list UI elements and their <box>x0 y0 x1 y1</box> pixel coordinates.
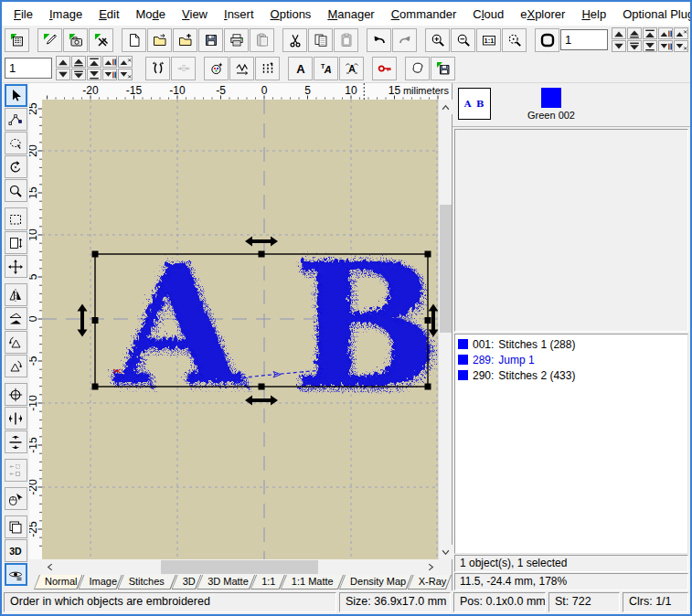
menu-mode[interactable]: Mode <box>128 4 175 25</box>
move-down-layer-button[interactable] <box>627 40 642 52</box>
mouse-functions-tool[interactable] <box>5 487 27 510</box>
stitch-length-button[interactable] <box>229 57 254 80</box>
move-to-front-button[interactable] <box>87 56 101 68</box>
menu-optional-plug-ins[interactable]: Optional Plug-ins <box>614 4 692 25</box>
edit-nodes-tool[interactable] <box>5 108 27 131</box>
password-key-button[interactable] <box>372 57 397 80</box>
embird-digitizer-button[interactable] <box>63 28 88 52</box>
tab-stitches[interactable]: Stitches <box>118 575 176 589</box>
view-3d-tool[interactable]: 3D <box>5 539 27 562</box>
center-vertical-tool[interactable] <box>5 430 27 453</box>
separate-objects-button[interactable] <box>145 57 170 80</box>
move-to-front-button[interactable] <box>643 27 657 39</box>
marquee-select-tool[interactable] <box>5 207 27 230</box>
tab-density-map[interactable]: Density Map <box>339 575 412 589</box>
mirror-horizontal-tool[interactable] <box>5 283 27 306</box>
skew-horizontal-tool[interactable] <box>5 307 27 330</box>
select-arrow-tool[interactable] <box>5 84 27 107</box>
tab-1-1-matte[interactable]: 1:1 Matte <box>281 575 344 589</box>
text-edit-button[interactable]: TA <box>314 57 338 80</box>
menu-file[interactable]: File <box>5 4 41 25</box>
move-down-object-button[interactable] <box>118 69 133 80</box>
move-down-button[interactable] <box>612 40 626 52</box>
window-frame-tool[interactable] <box>5 515 27 538</box>
rotate-tool[interactable] <box>5 155 27 178</box>
move-down-color-button[interactable] <box>102 69 117 80</box>
move-up-object-button[interactable] <box>118 56 133 68</box>
zoom-in-button[interactable] <box>425 28 450 52</box>
menu-edit[interactable]: Edit <box>90 4 127 25</box>
center-in-hoop-tool[interactable] <box>5 383 27 406</box>
monogram-button[interactable]: A <box>339 57 364 80</box>
object-list-item[interactable]: 290:Stitches 2 (433) <box>456 367 687 383</box>
tab-1-1[interactable]: 1:1 <box>250 575 285 589</box>
move-up-button[interactable] <box>56 56 70 68</box>
zoom-selection-button[interactable] <box>502 28 527 52</box>
freehand-select-tool[interactable] <box>5 132 27 154</box>
thread-colors-button[interactable] <box>204 57 229 80</box>
scroll-right-arrow[interactable] <box>423 559 438 575</box>
cut-button[interactable] <box>282 28 307 52</box>
hoop-button[interactable] <box>535 28 559 52</box>
tab-x-ray[interactable]: X-Ray <box>408 575 452 589</box>
object-list-item[interactable]: 289:Jump 1 <box>456 352 687 367</box>
tab-3d[interactable]: 3D <box>172 575 201 589</box>
freehand-shape-button[interactable] <box>405 57 430 80</box>
move-down-color-button[interactable] <box>658 40 673 52</box>
stitch-order-input[interactable] <box>560 29 608 50</box>
resize-tool[interactable] <box>5 231 27 254</box>
rotate-ccw-90-tool[interactable] <box>5 331 27 354</box>
menu-explorer[interactable]: eXplorer <box>512 4 573 25</box>
embird-manager-button[interactable] <box>5 28 29 52</box>
move-up-object-button[interactable] <box>674 27 688 39</box>
center-horizontal-tool[interactable] <box>5 407 27 430</box>
move-up-button[interactable] <box>612 27 626 39</box>
move-down-object-button[interactable] <box>674 40 688 52</box>
move-up-color-button[interactable] <box>102 56 117 68</box>
canvas-hscrollbar[interactable] <box>42 559 438 575</box>
menu-help[interactable]: Help <box>573 4 614 25</box>
embird-editor-button[interactable] <box>37 28 62 52</box>
menu-view[interactable]: View <box>174 4 216 25</box>
tab-image[interactable]: Image <box>78 575 122 589</box>
zoom-out-button[interactable] <box>451 28 475 52</box>
undo-button[interactable] <box>367 28 391 52</box>
move-up-layer-button[interactable] <box>71 56 86 68</box>
design-thumbnail[interactable]: A B <box>458 88 491 120</box>
tab-3d-matte[interactable]: 3D Matte <box>197 575 255 589</box>
hscroll-thumb[interactable] <box>161 560 318 574</box>
open-file-button[interactable] <box>147 28 172 52</box>
move-tool[interactable] <box>5 255 27 278</box>
move-down-button[interactable] <box>56 69 70 80</box>
merge-file-button[interactable] <box>173 28 197 52</box>
vscroll-thumb[interactable] <box>440 205 452 333</box>
move-up-color-button[interactable] <box>658 27 673 39</box>
copy-button[interactable] <box>308 28 333 52</box>
move-down-layer-button[interactable] <box>71 69 86 80</box>
menu-cloud[interactable]: Cloud <box>464 4 512 25</box>
design-canvas[interactable]: A A A B B B <box>42 100 438 559</box>
palette-color[interactable]: Green 002 <box>518 88 584 122</box>
tab-normal[interactable]: Normal <box>34 575 82 589</box>
move-to-back-button[interactable] <box>87 69 101 80</box>
canvas-vscrollbar[interactable] <box>438 100 452 559</box>
menu-commander[interactable]: Commander <box>383 4 465 25</box>
object-list-item[interactable]: 001:Stitches 1 (288) <box>456 336 687 352</box>
zoom-tool[interactable] <box>5 179 27 202</box>
scroll-left-arrow[interactable] <box>42 559 57 575</box>
scroll-up-arrow[interactable] <box>439 100 452 114</box>
menu-manager[interactable]: Manager <box>319 4 382 25</box>
erase-stitches-button[interactable] <box>89 28 113 52</box>
redraw-tool[interactable] <box>5 563 27 586</box>
menu-insert[interactable]: Insert <box>216 4 262 25</box>
stitch-number-input[interactable] <box>5 58 52 79</box>
rotate-cw-90-tool[interactable] <box>5 355 27 377</box>
menu-image[interactable]: Image <box>41 4 90 25</box>
new-file-button[interactable] <box>122 28 146 52</box>
scroll-down-arrow[interactable] <box>439 545 452 559</box>
menu-options[interactable]: Options <box>262 4 320 25</box>
save-file-button[interactable] <box>198 28 223 52</box>
zoom-1-1-button[interactable]: 1:1 <box>476 28 501 52</box>
save-colors-button[interactable] <box>431 57 455 80</box>
stitch-density-button[interactable] <box>255 57 280 80</box>
